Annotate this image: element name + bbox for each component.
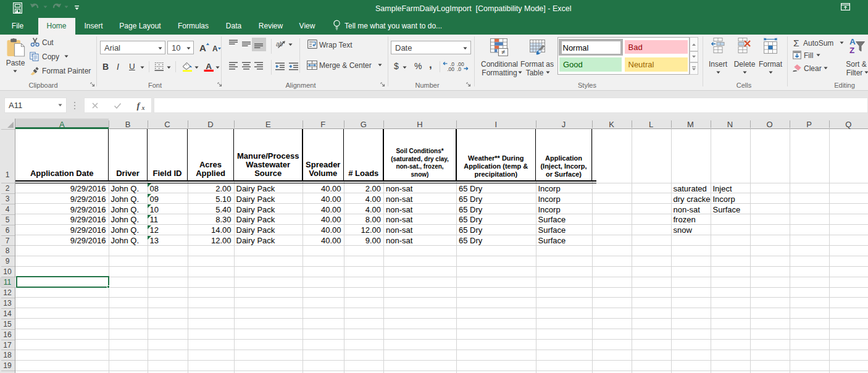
svg-text:f: f bbox=[137, 101, 141, 111]
svg-text:A: A bbox=[212, 44, 218, 53]
svg-text:x: x bbox=[141, 104, 145, 111]
svg-text:A: A bbox=[199, 43, 206, 53]
svg-text:≠: ≠ bbox=[501, 48, 505, 56]
svg-text:A: A bbox=[849, 37, 856, 46]
svg-text:.0: .0 bbox=[457, 66, 461, 71]
svg-text:A: A bbox=[206, 62, 212, 71]
svg-text:Z: Z bbox=[849, 46, 854, 55]
svg-text:.00: .00 bbox=[447, 66, 454, 71]
svg-text:Σ: Σ bbox=[793, 38, 799, 47]
